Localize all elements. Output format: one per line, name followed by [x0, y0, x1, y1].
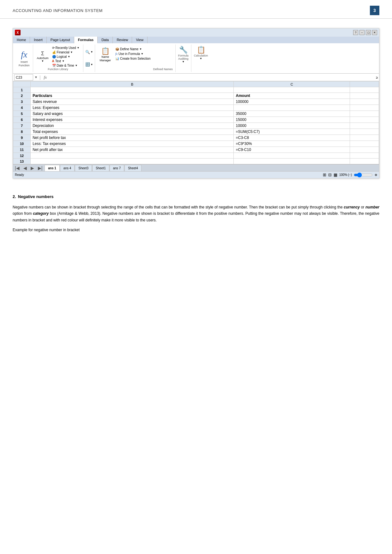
page-break-view-button[interactable]: ▦ — [334, 172, 337, 177]
cell-c[interactable]: =C3-C8 — [234, 135, 350, 141]
cell-c[interactable] — [234, 87, 350, 93]
datetime-button[interactable]: 📅 Date & Time ▼ — [51, 63, 81, 68]
cell-c[interactable] — [234, 105, 350, 111]
logical-button[interactable]: 🔵 Logical ▼ — [51, 55, 81, 59]
cell-b[interactable]: Depreciation — [31, 123, 234, 129]
row-number: 12 — [13, 153, 31, 159]
cell-c[interactable]: =C9-C10 — [234, 147, 350, 153]
tab-insert[interactable]: Insert — [30, 37, 47, 43]
financial-button[interactable]: 💰 Financial ▼ — [51, 50, 81, 54]
cell-c[interactable]: Amount — [234, 93, 350, 99]
cell-ref-arrow[interactable]: ▼ — [34, 75, 38, 79]
page-layout-view-button[interactable]: ⊟ — [328, 172, 332, 177]
zoom-slider[interactable] — [354, 172, 373, 178]
cell-c[interactable]: =C9*30% — [234, 141, 350, 147]
tab-view[interactable]: View — [132, 37, 148, 43]
cell-c[interactable]: 15000 — [234, 117, 350, 123]
recently-used-button[interactable]: ⟳ Recently Used ▼ — [51, 46, 81, 50]
cell-b[interactable]: Less: Tax expenses — [31, 141, 234, 147]
cell-extra[interactable] — [350, 147, 379, 153]
cell-extra[interactable] — [350, 135, 379, 141]
cell-extra[interactable] — [350, 129, 379, 135]
cell-b[interactable]: Less: Expenses — [31, 105, 234, 111]
cell-extra[interactable] — [350, 111, 379, 117]
autosum-button[interactable]: Σ AutoSum ▼ — [36, 50, 50, 63]
sheet-tabs-container: ans 1ans 4Sheet3Sheet1ans 7Sheet4 — [44, 165, 142, 171]
sheet-tab[interactable]: Sheet3 — [75, 165, 92, 171]
cell-extra[interactable] — [350, 141, 379, 147]
cell-c[interactable] — [234, 153, 350, 159]
formula-bar-end-icon[interactable]: ≥ — [376, 75, 378, 79]
cell-b[interactable] — [31, 159, 234, 164]
corner-header — [13, 81, 31, 87]
sheet-tab[interactable]: Sheet4 — [124, 165, 142, 171]
use-in-formula-button[interactable]: fx Use in Formula ▼ — [115, 52, 151, 56]
cell-b[interactable]: Salary and wages — [31, 111, 234, 117]
cell-extra[interactable] — [350, 153, 379, 159]
tab-nav-first[interactable]: |◀ — [13, 166, 21, 171]
normal-view-button[interactable]: ⊞ — [323, 172, 326, 177]
sheet-tab[interactable]: Sheet1 — [92, 165, 109, 171]
cell-extra[interactable] — [350, 123, 379, 129]
recently-used-icon: ⟳ — [52, 46, 55, 50]
example-line: Example for negative number in bracket — [13, 228, 379, 232]
cell-extra[interactable] — [350, 87, 379, 93]
sheet-tab[interactable]: ans 4 — [60, 165, 75, 171]
sheet-tab[interactable]: ans 1 — [45, 165, 60, 171]
cell-b[interactable]: Sales revenue — [31, 99, 234, 105]
financial-label: Financial — [57, 51, 69, 54]
col-header-c[interactable]: C — [234, 81, 350, 87]
cell-extra[interactable] — [350, 117, 379, 123]
cell-c[interactable]: 100000 — [234, 99, 350, 105]
cell-b[interactable]: Particulars — [31, 93, 234, 99]
tab-home[interactable]: Home — [13, 37, 30, 43]
tab-review[interactable]: Review — [113, 37, 132, 43]
table-row: 7Depreciation10000 — [13, 123, 379, 129]
cell-extra[interactable] — [350, 99, 379, 105]
zoom-plus-button[interactable]: ⊕ — [375, 173, 377, 177]
cell-extra[interactable] — [350, 93, 379, 99]
col-header-b[interactable]: B — [31, 81, 234, 87]
cell-extra[interactable] — [350, 105, 379, 111]
cell-reference-box[interactable]: C23 — [14, 74, 33, 81]
defined-names-group: 📋 NameManager 📦 Define Name ▼ fx Use in … — [95, 45, 175, 72]
name-manager-button[interactable]: 📋 NameManager — [98, 46, 113, 63]
cell-b[interactable]: Net profit before tax — [31, 135, 234, 141]
cell-b[interactable]: Total expenses — [31, 129, 234, 135]
lookup-button[interactable]: 🔍▼ — [85, 50, 93, 54]
math-button[interactable]: 🔢▼ — [85, 62, 93, 67]
tab-nav-last[interactable]: ▶| — [36, 166, 45, 171]
sheet-tab[interactable]: ans 7 — [110, 165, 124, 171]
help-button[interactable]: ? — [353, 30, 358, 35]
col-header-d[interactable] — [350, 81, 379, 87]
cell-b[interactable] — [31, 153, 234, 159]
cell-c[interactable]: =SUM(C5:C7) — [234, 129, 350, 135]
formula-input[interactable] — [49, 74, 375, 81]
row-number: 1 — [13, 87, 31, 93]
insert-function-group[interactable]: fx InsertFunction — [15, 45, 33, 72]
minimize-button[interactable]: – — [359, 30, 365, 35]
define-name-button[interactable]: 📦 Define Name ▼ — [115, 47, 151, 51]
cell-c[interactable] — [234, 159, 350, 164]
financial-icon: 💰 — [52, 51, 56, 54]
restore-button[interactable]: ◻ — [366, 30, 371, 35]
cell-c[interactable]: 35000 — [234, 111, 350, 117]
define-name-label: Define Name — [120, 47, 138, 51]
cell-c[interactable]: 10000 — [234, 123, 350, 129]
cell-b[interactable]: Net profit after tax — [31, 147, 234, 153]
text-label: Text — [55, 59, 61, 63]
recently-used-label: Recently Used — [56, 46, 76, 50]
tab-formulas[interactable]: Formulas — [74, 37, 98, 43]
create-from-selection-button[interactable]: 📊 Create from Selection — [115, 57, 151, 61]
tab-data[interactable]: Data — [98, 37, 113, 43]
tab-page-layout[interactable]: Page Layout — [47, 37, 74, 43]
tab-nav-next[interactable]: ▶ — [29, 166, 36, 171]
close-button[interactable]: ✕ — [372, 30, 377, 35]
cell-b[interactable] — [31, 87, 234, 93]
tab-nav-prev[interactable]: ◀ — [21, 166, 29, 171]
cell-extra[interactable] — [350, 159, 379, 164]
table-row: 12 — [13, 153, 379, 159]
text-button[interactable]: A Text ▼ — [51, 59, 81, 63]
cell-b[interactable]: Interest expenses — [31, 117, 234, 123]
page-header: ACCOUNTING AND INFORMATION SYSTEM 3 — [0, 0, 392, 19]
